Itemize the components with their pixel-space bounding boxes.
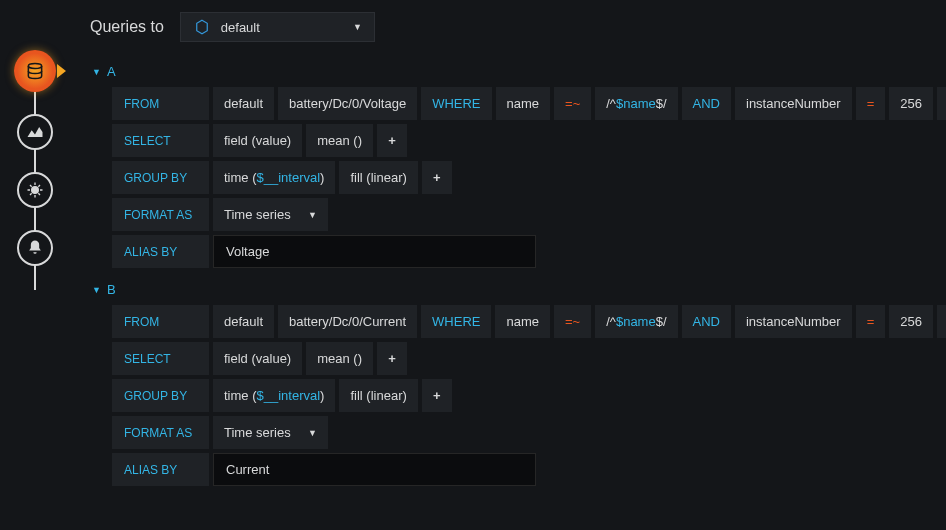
sidebar-nav (0, 0, 70, 530)
from-measurement[interactable]: battery/Dc/0/Voltage (278, 87, 417, 120)
groupby-fill[interactable]: fill (linear) (339, 379, 417, 412)
groupby-add-button[interactable]: + (422, 161, 452, 194)
where-keyword[interactable]: WHERE (421, 87, 491, 120)
where-value-256[interactable]: 256 (889, 87, 933, 120)
alias-input[interactable] (213, 453, 536, 486)
datasource-hex-icon (193, 18, 211, 36)
datasource-name: default (221, 20, 343, 35)
nav-bell-icon[interactable] (17, 230, 53, 266)
select-add-button[interactable]: + (377, 124, 407, 157)
svg-point-1 (32, 187, 39, 194)
query-a-toggle[interactable]: ▼ A (90, 60, 944, 87)
groupby-fill[interactable]: fill (linear) (339, 161, 417, 194)
query-b-id: B (107, 282, 116, 297)
where-keyword[interactable]: WHERE (421, 305, 491, 338)
where-op-regex[interactable]: =~ (554, 305, 591, 338)
from-label: FROM (112, 305, 209, 338)
query-block-a: ▼ A FROM default battery/Dc/0/Voltage WH… (90, 60, 944, 268)
alias-input[interactable] (213, 235, 536, 268)
where-value-regex[interactable]: /^$name$/ (595, 305, 677, 338)
query-a-groupby-row: GROUP BY time ($__interval) fill (linear… (112, 161, 944, 194)
nav-gear-bug-icon[interactable] (17, 172, 53, 208)
format-label: FORMAT AS (112, 416, 209, 449)
where-tag-name[interactable]: name (496, 87, 551, 120)
nav-graph-icon[interactable] (17, 114, 53, 150)
and-keyword[interactable]: AND (682, 305, 731, 338)
select-field[interactable]: field (value) (213, 124, 302, 157)
where-add-button[interactable]: + (937, 87, 946, 120)
query-a-id: A (107, 64, 116, 79)
query-block-b: ▼ B FROM default battery/Dc/0/Current WH… (90, 278, 944, 486)
where-op-eq[interactable]: = (856, 87, 886, 120)
query-b-format-row: FORMAT AS Time series ▼ (112, 416, 944, 449)
select-add-button[interactable]: + (377, 342, 407, 375)
select-agg[interactable]: mean () (306, 124, 373, 157)
query-b-groupby-row: GROUP BY time ($__interval) fill (linear… (112, 379, 944, 412)
select-label: SELECT (112, 342, 209, 375)
groupby-label: GROUP BY (112, 379, 209, 412)
groupby-add-button[interactable]: + (422, 379, 452, 412)
alias-label: ALIAS BY (112, 453, 209, 486)
from-measurement[interactable]: battery/Dc/0/Current (278, 305, 417, 338)
chevron-down-icon: ▼ (308, 428, 317, 438)
main-panel: Queries to default ▼ ▼ A FROM default ba… (90, 0, 946, 486)
where-op-regex[interactable]: =~ (554, 87, 591, 120)
query-a-format-row: FORMAT AS Time series ▼ (112, 198, 944, 231)
chevron-down-icon: ▼ (308, 210, 317, 220)
query-a-alias-row: ALIAS BY (112, 235, 944, 268)
alias-label: ALIAS BY (112, 235, 209, 268)
where-tag-name[interactable]: name (495, 305, 550, 338)
format-select[interactable]: Time series ▼ (213, 198, 328, 231)
select-field[interactable]: field (value) (213, 342, 302, 375)
queries-header-title: Queries to (90, 18, 164, 36)
where-tag-instance[interactable]: instanceNumber (735, 87, 852, 120)
format-select[interactable]: Time series ▼ (213, 416, 328, 449)
query-b-toggle[interactable]: ▼ B (90, 278, 944, 305)
where-value-256[interactable]: 256 (889, 305, 933, 338)
caret-down-icon: ▼ (92, 67, 101, 77)
from-retention[interactable]: default (213, 305, 274, 338)
caret-down-icon: ▼ (92, 285, 101, 295)
chevron-down-icon: ▼ (353, 22, 362, 32)
where-value-regex[interactable]: /^$name$/ (595, 87, 677, 120)
query-a-select-row: SELECT field (value) mean () + (112, 124, 944, 157)
and-keyword[interactable]: AND (682, 87, 731, 120)
query-a-from-row: FROM default battery/Dc/0/Voltage WHERE … (112, 87, 944, 120)
query-b-from-row: FROM default battery/Dc/0/Current WHERE … (112, 305, 944, 338)
select-agg[interactable]: mean () (306, 342, 373, 375)
groupby-label: GROUP BY (112, 161, 209, 194)
where-tag-instance[interactable]: instanceNumber (735, 305, 852, 338)
query-b-select-row: SELECT field (value) mean () + (112, 342, 944, 375)
datasource-select[interactable]: default ▼ (180, 12, 375, 42)
svg-point-0 (28, 64, 41, 69)
select-label: SELECT (112, 124, 209, 157)
groupby-time[interactable]: time ($__interval) (213, 379, 335, 412)
from-label: FROM (112, 87, 209, 120)
where-add-button[interactable]: + (937, 305, 946, 338)
format-label: FORMAT AS (112, 198, 209, 231)
where-op-eq[interactable]: = (856, 305, 886, 338)
queries-header: Queries to default ▼ (90, 12, 944, 42)
from-retention[interactable]: default (213, 87, 274, 120)
nav-datasource-icon[interactable] (14, 50, 56, 92)
query-b-alias-row: ALIAS BY (112, 453, 944, 486)
groupby-time[interactable]: time ($__interval) (213, 161, 335, 194)
